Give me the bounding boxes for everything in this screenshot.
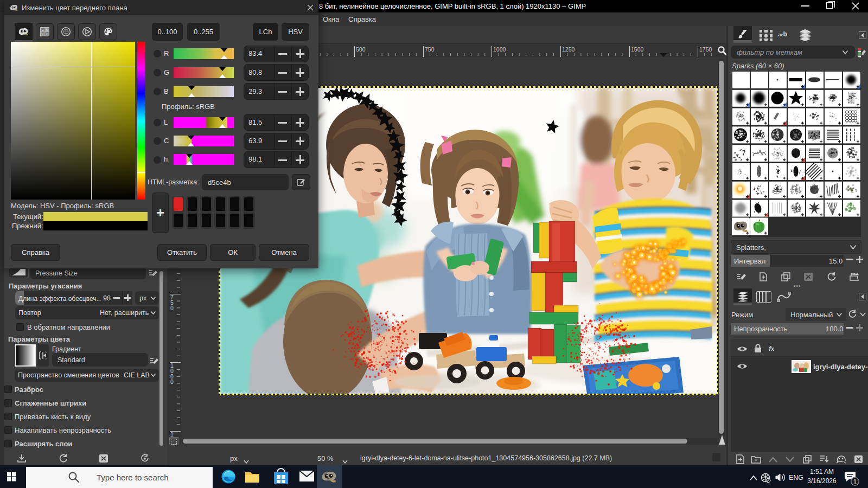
svg-text:1250: 1250	[562, 46, 575, 53]
svg-text:1:51 AM: 1:51 AM	[810, 468, 834, 476]
svg-text:1: 1	[853, 478, 857, 486]
svg-text:M: M	[46, 28, 49, 31]
svg-text:K: K	[46, 33, 48, 36]
svg-text:500: 500	[356, 46, 366, 53]
svg-text:1750: 1750	[699, 46, 712, 53]
svg-text:1500: 1500	[631, 46, 644, 53]
svg-text:0: 0	[170, 305, 174, 311]
svg-text:750: 750	[425, 46, 435, 53]
svg-text:ENG: ENG	[789, 474, 803, 481]
svg-text:3/16/2026: 3/16/2026	[807, 477, 837, 485]
svg-text:0: 0	[170, 378, 174, 385]
svg-text:C: C	[42, 28, 44, 31]
svg-text:Type here to search: Type here to search	[97, 473, 169, 482]
svg-text:Y: Y	[42, 33, 44, 36]
svg-text:1000: 1000	[493, 46, 506, 53]
